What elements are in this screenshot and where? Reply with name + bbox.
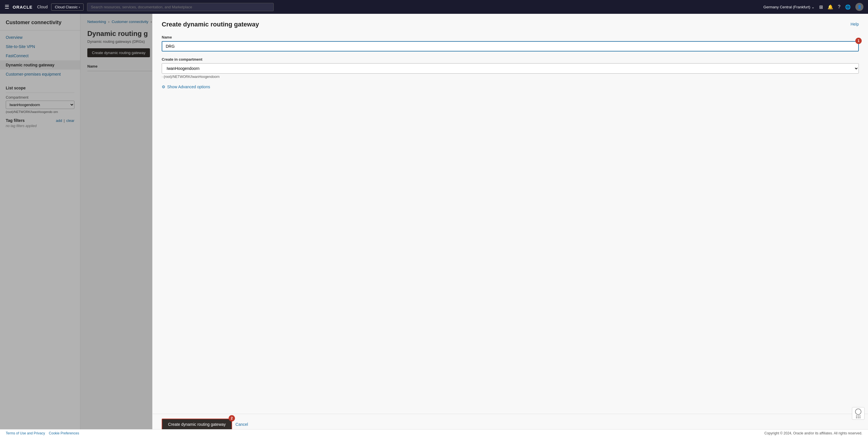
advanced-options-label: Show Advanced options xyxy=(167,85,210,89)
bottom-bar-left: Terms of Use and Privacy Cookie Preferen… xyxy=(6,431,79,435)
create-btn-modal-wrapper: Create dynamic routing gateway 2 xyxy=(162,418,232,430)
help-icon[interactable]: ? xyxy=(838,4,840,9)
modal-body: Name 1 Create in compartment IwanHoogend… xyxy=(153,33,868,414)
help-widget[interactable] xyxy=(852,407,865,420)
step-badge-1: 1 xyxy=(855,38,862,44)
name-input-wrapper: 1 xyxy=(162,41,859,52)
main-content: Customer connectivity Overview Site-to-S… xyxy=(0,14,868,437)
name-input[interactable] xyxy=(162,41,859,52)
hamburger-icon[interactable]: ☰ xyxy=(5,4,9,10)
compartment-form-label: Create in compartment xyxy=(162,57,859,61)
terms-link[interactable]: Terms of Use and Privacy xyxy=(6,431,45,435)
modal-panel: Create dynamic routing gateway Help Name… xyxy=(152,14,868,437)
oracle-cloud-text: Cloud xyxy=(37,5,48,9)
help-widget-dots-icon xyxy=(856,415,861,418)
step-badge-2: 2 xyxy=(229,415,235,421)
globe-icon[interactable]: 🌐 xyxy=(845,4,851,10)
region-label: Germany Central (Frankfurt) xyxy=(764,5,810,9)
modal-header: Create dynamic routing gateway Help xyxy=(153,14,868,33)
cloud-classic-button[interactable]: Cloud Classic › xyxy=(51,3,84,11)
advanced-options-link[interactable]: ⚙ Show Advanced options xyxy=(162,85,859,89)
create-drg-button-modal[interactable]: Create dynamic routing gateway xyxy=(162,418,232,430)
help-dot xyxy=(858,417,859,418)
help-dot xyxy=(856,415,857,416)
bottom-bar-right: Copyright © 2024, Oracle and/or its affi… xyxy=(764,431,862,435)
modal-title: Create dynamic routing gateway xyxy=(162,21,259,28)
help-dot xyxy=(858,415,859,416)
region-selector[interactable]: Germany Central (Frankfurt) ⌄ xyxy=(764,5,814,9)
compartment-hint: · (root)/NETWORK/IwanHoogendoorn xyxy=(162,75,859,79)
help-widget-ring-icon xyxy=(855,409,861,415)
bell-icon[interactable]: 🔔 xyxy=(828,4,833,10)
help-dot xyxy=(859,417,861,418)
top-navigation: ☰ ORACLE Cloud Cloud Classic › Germany C… xyxy=(0,0,868,14)
compartment-select-modal[interactable]: IwanHoogendoorn xyxy=(162,63,859,74)
help-dot xyxy=(856,417,857,418)
help-dot xyxy=(859,415,861,416)
chevron-down-icon: ⌄ xyxy=(811,5,814,9)
cookie-preferences-link[interactable]: Cookie Preferences xyxy=(49,431,79,435)
oracle-logo: ORACLE xyxy=(13,5,32,9)
avatar[interactable]: 👤 xyxy=(855,3,863,11)
console-icon[interactable]: ⊞ xyxy=(819,4,823,10)
nav-right: Germany Central (Frankfurt) ⌄ ⊞ 🔔 ? 🌐 👤 xyxy=(764,3,863,11)
compartment-form-group: Create in compartment IwanHoogendoorn · … xyxy=(162,57,859,79)
bottom-bar: Terms of Use and Privacy Cookie Preferen… xyxy=(0,429,868,437)
cancel-link[interactable]: Cancel xyxy=(236,422,248,427)
search-input[interactable] xyxy=(87,3,274,11)
help-link[interactable]: Help xyxy=(850,22,859,26)
name-form-group: Name 1 xyxy=(162,35,859,52)
sliders-icon: ⚙ xyxy=(162,85,165,89)
name-label: Name xyxy=(162,35,859,39)
